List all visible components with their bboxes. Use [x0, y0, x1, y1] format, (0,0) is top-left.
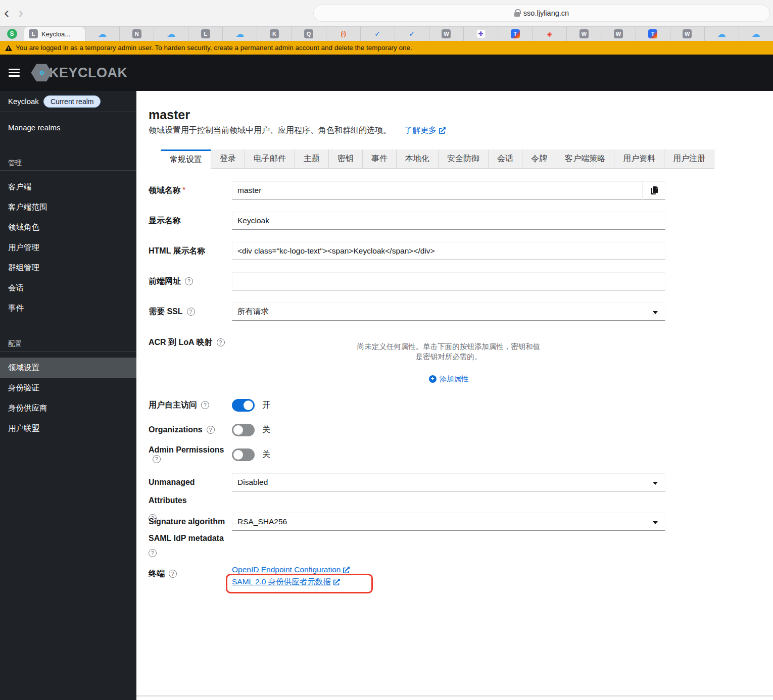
browser-window: ‹ › sso.ljyliang.cn S L Keycloa... ☁ N ☁…	[0, 0, 773, 700]
favicon-letter-icon: Q	[304, 29, 313, 38]
current-realm-badge[interactable]: Current realm	[43, 95, 101, 108]
learn-more-link[interactable]: 了解更多	[404, 125, 446, 136]
add-attribute-button[interactable]: + 添加属性	[429, 374, 469, 384]
browser-tab[interactable]: ✤	[463, 27, 498, 41]
user-managed-access-toggle[interactable]	[232, 399, 255, 412]
tab-tokens[interactable]: 令牌	[522, 149, 556, 169]
tab-login[interactable]: 登录	[211, 149, 245, 169]
unmanaged-attributes-select[interactable]: Disabled	[232, 473, 665, 491]
sidebar-item-authentication[interactable]: 身份验证	[0, 378, 136, 398]
tab-client-policies[interactable]: 客户端策略	[556, 149, 614, 169]
browser-tab[interactable]: K	[257, 27, 291, 41]
html-display-name-input[interactable]	[232, 242, 665, 260]
tab-sessions[interactable]: 会话	[488, 149, 522, 169]
browser-tab[interactable]: T	[636, 27, 670, 41]
keycloak-logo[interactable]: ‹› KEYCLOAK	[31, 64, 128, 82]
sidebar-item-realm-settings[interactable]: 领域设置	[0, 358, 136, 378]
tab-events[interactable]: 事件	[362, 149, 396, 169]
help-icon[interactable]: ?	[169, 570, 177, 578]
tab-user-registration[interactable]: 用户注册	[664, 149, 714, 169]
favicon-cloud-icon: ☁	[235, 29, 244, 39]
favicon-letter-icon: L	[201, 29, 210, 38]
back-button[interactable]: ‹	[4, 4, 9, 21]
help-icon[interactable]: ?	[149, 549, 157, 557]
help-icon[interactable]: ?	[185, 277, 193, 285]
tab-general[interactable]: 常规设置	[161, 149, 211, 169]
forward-button[interactable]: ›	[18, 4, 23, 21]
help-icon[interactable]: ?	[207, 426, 215, 434]
help-icon[interactable]: ?	[217, 338, 225, 346]
browser-tab[interactable]: ☁	[85, 27, 119, 41]
frontend-url-input[interactable]	[232, 272, 665, 290]
warning-text: You are logged in as a temporary admin u…	[16, 44, 412, 52]
openid-endpoint-configuration-link[interactable]: OpenID Endpoint Configuration	[232, 565, 350, 575]
address-bar[interactable]: sso.ljyliang.cn	[313, 5, 770, 22]
browser-tab[interactable]: (-)	[326, 27, 360, 41]
help-icon[interactable]: ?	[201, 401, 209, 409]
browser-tab[interactable]: ☁	[739, 27, 773, 41]
admin-permissions-toggle[interactable]	[232, 448, 255, 461]
browser-tab[interactable]: S	[0, 27, 24, 41]
favicon-letter-icon: N	[132, 29, 141, 38]
favicon-letter-icon: W	[442, 29, 451, 38]
tab-user-profile[interactable]: 用户资料	[614, 149, 664, 169]
sidebar-item-user-federation[interactable]: 用户联盟	[0, 418, 136, 438]
require-ssl-select[interactable]: 所有请求	[232, 303, 665, 321]
help-icon[interactable]: ?	[187, 308, 195, 316]
browser-tab[interactable]: L	[188, 27, 222, 41]
browser-toolbar: ‹ › sso.ljyliang.cn	[0, 0, 773, 26]
active-browser-tab[interactable]: L Keycloa...	[24, 27, 85, 41]
chevron-down-icon	[653, 482, 658, 485]
tab-keys[interactable]: 密钥	[328, 149, 362, 169]
signature-algorithm-select[interactable]: RSA_SHA256	[232, 513, 665, 531]
copy-button[interactable]	[643, 181, 665, 199]
browser-tab[interactable]: W	[670, 27, 704, 41]
main-content: master 领域设置用于控制当前领域中用户、应用程序、角色和群组的选项。 了解…	[136, 91, 773, 700]
tab-localization[interactable]: 本地化	[396, 149, 438, 169]
favicon-app-icon: T	[511, 29, 520, 38]
browser-tab[interactable]: ☁	[154, 27, 188, 41]
sidebar-item-users[interactable]: 用户管理	[0, 237, 136, 258]
browser-tab[interactable]: W	[566, 27, 601, 41]
active-tab-label: Keycloa...	[41, 30, 70, 38]
browser-tab[interactable]: ✓	[360, 27, 395, 41]
realm-name-input[interactable]	[232, 181, 643, 199]
sidebar-item-client-scopes[interactable]: 客户端范围	[0, 197, 136, 217]
realm-name: Keycloak	[8, 97, 39, 106]
hamburger-menu-icon[interactable]	[9, 67, 20, 79]
browser-tab[interactable]: N	[119, 27, 154, 41]
browser-tab[interactable]: ☁	[222, 27, 257, 41]
chevron-down-icon	[653, 311, 658, 314]
sidebar-item-manage-realms[interactable]: Manage realms	[0, 115, 136, 139]
sidebar-item-events[interactable]: 事件	[0, 298, 136, 318]
browser-tab[interactable]: W	[429, 27, 463, 41]
display-name-input[interactable]	[232, 212, 665, 230]
required-asterisk: *	[182, 186, 185, 194]
browser-tab[interactable]: T	[498, 27, 532, 41]
browser-tab[interactable]: ◈	[532, 27, 566, 41]
sidebar-item-realm-roles[interactable]: 领域角色	[0, 217, 136, 237]
tab-email[interactable]: 电子邮件	[245, 149, 295, 169]
chevron-down-icon	[653, 521, 658, 524]
browser-tab[interactable]: ✓	[395, 27, 429, 41]
sidebar-item-clients[interactable]: 客户端	[0, 177, 136, 197]
favicon-check-icon: ✓	[409, 29, 415, 38]
settings-tabbar: 常规设置 登录 电子邮件 主题 密钥 事件 本地化 安全防御 会话 令牌 客户端…	[161, 149, 714, 169]
require-ssl-label: 需要 SSL	[149, 307, 183, 316]
organizations-toggle[interactable]	[232, 424, 255, 436]
keycloak-logo-text: KEYCLOAK	[49, 65, 128, 81]
browser-tab[interactable]: W	[601, 27, 635, 41]
tab-themes[interactable]: 主题	[295, 149, 328, 169]
annotation-highlight-box	[226, 574, 373, 593]
help-icon[interactable]: ?	[153, 455, 161, 463]
sidebar-item-identity-providers[interactable]: 身份供应商	[0, 398, 136, 418]
tab-security-defenses[interactable]: 安全防御	[438, 149, 488, 169]
divider	[0, 351, 136, 352]
frontend-url-label: 前端网址	[149, 277, 181, 285]
sidebar-item-sessions[interactable]: 会话	[0, 278, 136, 298]
favicon-letter-icon: W	[614, 29, 623, 38]
realm-selector[interactable]: Keycloak Current realm	[0, 91, 136, 112]
sidebar-item-groups[interactable]: 群组管理	[0, 258, 136, 278]
browser-tab[interactable]: ☁	[704, 27, 739, 41]
browser-tab[interactable]: Q	[292, 27, 326, 41]
